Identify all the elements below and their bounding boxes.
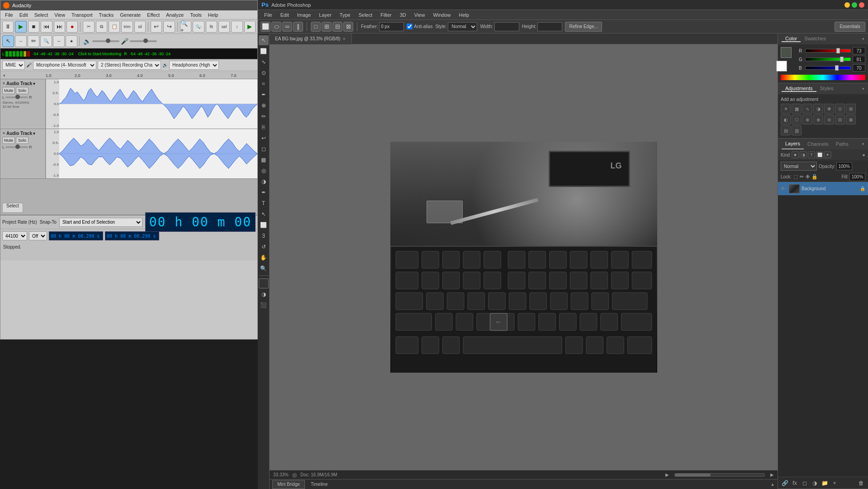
scrollbar-horizontal[interactable] xyxy=(674,473,765,477)
paths-tab[interactable]: Paths xyxy=(832,139,852,149)
time-end-input[interactable] xyxy=(105,231,159,240)
stop-button[interactable]: ■ xyxy=(28,21,39,33)
ps-menu-file[interactable]: File xyxy=(261,11,276,19)
blur-tool[interactable]: ◎ xyxy=(259,166,269,176)
marquee-tool[interactable]: ⬜ xyxy=(259,46,269,56)
input-volume-slider[interactable] xyxy=(130,40,157,42)
menu-analyze[interactable]: Analyze xyxy=(163,12,186,18)
color-panel-header[interactable]: Color Swatches ▾ xyxy=(778,34,868,44)
click-to-monitor[interactable]: Click to Start Monitoring xyxy=(78,52,122,56)
menu-transport[interactable]: Transport xyxy=(69,12,95,18)
play-button[interactable]: ▶ xyxy=(15,21,26,33)
foreground-color-swatch[interactable] xyxy=(781,47,792,58)
b-value[interactable] xyxy=(853,64,865,72)
color-balance-adj-icon[interactable]: ⊞ xyxy=(846,104,856,114)
adjustments-tab[interactable]: Adjustments xyxy=(782,86,816,92)
green-knob[interactable] xyxy=(840,57,844,62)
height-input[interactable] xyxy=(537,22,562,31)
layer-background[interactable]: 👁 Background 🔒 xyxy=(778,182,868,196)
style-select[interactable]: Normal xyxy=(448,22,477,31)
canvas-scroll-arrow-r2[interactable]: ▶ xyxy=(770,472,774,477)
skip-back-button[interactable]: ⏮ xyxy=(41,21,52,33)
mini-bridge-tab[interactable]: Mini Bridge xyxy=(272,480,305,489)
new-layer-icon[interactable]: + xyxy=(830,479,839,487)
ps-menu-help[interactable]: Help xyxy=(455,11,473,19)
selection-type-dropdown[interactable]: Start and End of Selection xyxy=(59,218,142,227)
new-fill-adj-icon[interactable]: ◑ xyxy=(811,479,819,487)
channels-tab[interactable]: Channels xyxy=(804,139,832,149)
copy-tool[interactable]: ⧉ xyxy=(96,21,107,33)
color-tab[interactable]: Color xyxy=(782,36,801,42)
eyedropper-tool[interactable]: ✒ xyxy=(259,90,269,100)
output-volume-slider[interactable] xyxy=(92,40,119,42)
pan-slider[interactable] xyxy=(5,96,28,98)
document-tab[interactable]: EA BG bw.jpg @ 33.3% (RGB/8) ✕ xyxy=(270,34,352,44)
pause-button[interactable]: ⏸ xyxy=(2,21,14,33)
timeline-tab[interactable]: Timeline xyxy=(306,480,332,489)
filter-adj-icon[interactable]: ◑ xyxy=(800,151,807,158)
exposure-adj-icon[interactable]: ◑ xyxy=(813,104,823,114)
mute-button[interactable]: Mute xyxy=(2,87,15,94)
record-button[interactable]: ● xyxy=(66,21,78,33)
quick-select-tool[interactable]: ⊙ xyxy=(259,68,269,78)
vibrance-adj-icon[interactable]: ❋ xyxy=(824,104,834,114)
blue-knob[interactable] xyxy=(835,65,839,71)
layers-panel-collapse[interactable]: ▾ xyxy=(862,142,864,146)
lasso-tool[interactable]: ∿ xyxy=(259,57,269,67)
redo-button[interactable]: ↪ xyxy=(163,21,175,33)
menu-tracks[interactable]: Tracks xyxy=(96,12,117,18)
red-knob[interactable] xyxy=(836,48,840,53)
filter-smart-icon[interactable]: ✦ xyxy=(824,151,831,158)
menu-view[interactable]: View xyxy=(52,12,68,18)
color-spectrum[interactable] xyxy=(781,75,865,80)
threshold-adj-icon[interactable]: ⊠ xyxy=(846,115,856,125)
gradient-tool[interactable]: ▦ xyxy=(259,155,269,165)
ps-canvas[interactable]: ← xyxy=(270,44,778,470)
foreground-color[interactable] xyxy=(259,278,269,288)
speaker-device-select[interactable]: Headphones (High De xyxy=(169,61,219,70)
canvas-scroll-arrow-r[interactable]: ▶ xyxy=(665,472,669,477)
track2-solo-button[interactable]: Solo xyxy=(16,137,28,144)
type-tool[interactable]: T xyxy=(259,198,269,208)
host-select[interactable]: MME xyxy=(2,61,25,70)
path-select-tool[interactable]: ↖ xyxy=(259,209,269,219)
delete-layer-icon[interactable]: 🗑 xyxy=(857,479,865,487)
track2-close-icon[interactable]: ✕ xyxy=(2,131,5,135)
clone-stamp-tool[interactable]: ⎘ xyxy=(259,122,269,132)
layers-tab[interactable]: Layers xyxy=(782,139,804,149)
crop-tool[interactable]: ⌗ xyxy=(259,79,269,89)
track1-waveform[interactable] xyxy=(59,79,257,129)
rotate-view-tool[interactable]: ↺ xyxy=(259,242,269,252)
hand-tool[interactable]: ✋ xyxy=(259,253,269,263)
trim-tool[interactable]: trim xyxy=(121,21,133,33)
track2-waveform[interactable] xyxy=(59,129,257,178)
zoom-in-button[interactable]: 🔍+ xyxy=(180,21,191,33)
layer-filter-toggle[interactable]: ● xyxy=(862,152,865,158)
multi-tool[interactable]: ★ xyxy=(66,35,77,47)
brightness-adj-icon[interactable]: ☀ xyxy=(781,104,791,114)
fill-input[interactable] xyxy=(849,173,865,181)
r-value[interactable] xyxy=(853,47,865,54)
filter-shape-icon[interactable]: ⬜ xyxy=(816,151,823,158)
dodge-tool[interactable]: ◑ xyxy=(259,177,269,187)
time-start-input[interactable] xyxy=(49,231,103,240)
eraser-tool[interactable]: ◻ xyxy=(259,144,269,154)
zoom-tool-ps[interactable]: 🔍 xyxy=(259,264,269,273)
menu-effect[interactable]: Effect xyxy=(144,12,162,18)
essentials-button[interactable]: Essentials xyxy=(835,22,865,32)
project-rate-select[interactable]: 44100 xyxy=(2,231,27,240)
red-bar[interactable] xyxy=(805,49,851,53)
curves-adj-icon[interactable]: ∿ xyxy=(802,104,812,114)
fit-button[interactable]: fit xyxy=(206,21,217,33)
brush-tool[interactable]: ✏ xyxy=(259,111,269,121)
blend-mode-select[interactable]: Normal xyxy=(781,162,817,171)
solo-button[interactable]: Solo xyxy=(16,87,28,94)
menu-file[interactable]: File xyxy=(2,12,16,18)
layer-visibility-icon[interactable]: 👁 xyxy=(781,186,787,191)
minimize-button[interactable] xyxy=(844,2,850,8)
add-layer-style-icon[interactable]: fx xyxy=(791,479,799,487)
ps-menu-select[interactable]: Select xyxy=(355,11,376,19)
channel-select[interactable]: 2 (Stereo) Recording Chann xyxy=(98,61,161,70)
levels-adj-icon[interactable]: ▦ xyxy=(792,104,802,114)
menu-generate[interactable]: Generate xyxy=(117,12,143,18)
